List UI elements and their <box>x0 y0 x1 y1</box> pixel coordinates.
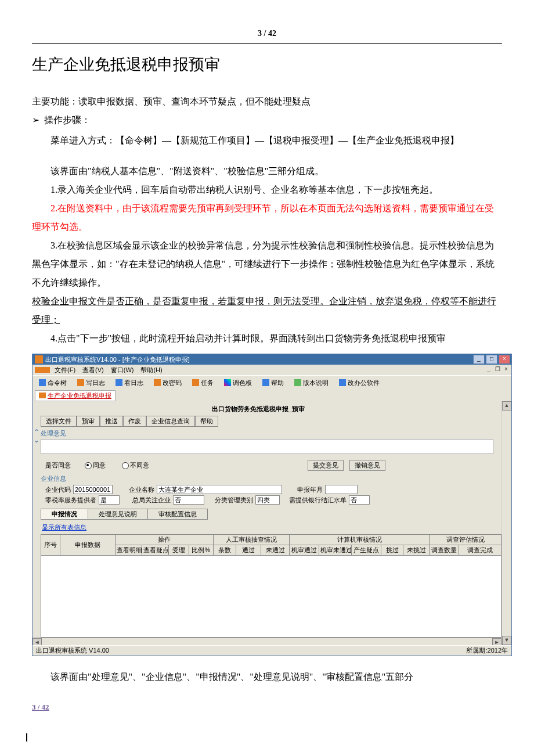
scroll-right-button[interactable]: ► <box>492 638 501 645</box>
menu-help[interactable]: 帮助(H) <box>137 366 165 375</box>
window-minimize-button[interactable]: _ <box>473 355 485 364</box>
tree-icon <box>39 379 46 386</box>
scroll-up-button[interactable]: ▲ <box>502 401 511 411</box>
tab-icon <box>39 393 46 398</box>
statusbar: 出口退税审核系统 V14.00 所属期:2012年 <box>33 645 511 656</box>
subtab-report[interactable]: 申报情况 <box>41 509 88 520</box>
toolbar-write-log[interactable]: 写日志 <box>73 377 109 389</box>
statusbar-right: 所属期:2012年 <box>466 646 508 655</box>
colgroup-computer-audit: 计算机审核情况 <box>290 535 429 545</box>
opinion-textarea[interactable] <box>41 439 493 454</box>
help-icon <box>262 379 269 386</box>
version-icon <box>294 379 301 386</box>
section-enterprise-label: 企业信息 <box>33 474 501 484</box>
label-ent-code: 企业代码 <box>45 485 71 494</box>
scroll-left-button[interactable]: ◄ <box>33 638 42 645</box>
chevron-right-icon: ➢ <box>32 111 44 129</box>
colgroup-investigation: 调查评估情况 <box>430 535 501 545</box>
intro-paragraph: 主要功能：读取申报数据、预审、查询本环节疑点，但不能处理疑点 <box>32 92 502 111</box>
toolbar-view-log[interactable]: 看日志 <box>111 377 147 389</box>
grid-body <box>41 556 501 638</box>
toolbar-tasks[interactable]: 任务 <box>188 377 218 389</box>
toolbar-change-office[interactable]: 改办公软件 <box>335 377 384 389</box>
menu-view[interactable]: 查看(V) <box>79 366 107 375</box>
radio-disagree[interactable] <box>122 462 129 469</box>
office-icon <box>339 379 346 386</box>
mdi-restore-button[interactable]: ❐ <box>493 366 501 373</box>
document-tab[interactable]: 生产企业免抵退税申报 <box>35 390 116 401</box>
steps-label: 操作步骤： <box>44 111 91 129</box>
steps-bullet: ➢ 操作步骤： <box>32 111 502 129</box>
app-screenshot: 出口退税审核系统V14.00 - [生产企业免抵退税申报] _ □ × 文件(F… <box>32 354 512 656</box>
paragraph-4: 3.在校验信息区域会显示该企业的校验异常信息，分为提示性校验信息和强制性校验信息… <box>32 236 502 292</box>
page-number-bottom: 3 / 42 <box>32 703 502 712</box>
toolbar-change-password[interactable]: 改密码 <box>150 377 186 389</box>
statusbar-left: 出口退税审核系统 V14.00 <box>36 646 109 655</box>
btn-push[interactable]: 推送 <box>100 416 123 427</box>
input-zero-rate: 是 <box>99 495 120 505</box>
btn-preaudit[interactable]: 预审 <box>77 416 100 427</box>
window-close-button[interactable]: × <box>499 355 510 364</box>
subtab-audit-config[interactable]: 审核配置信息 <box>147 509 208 520</box>
subtab-opinion-explain[interactable]: 处理意见说明 <box>88 509 148 520</box>
colgroup-manual-audit: 人工审核抽查情况 <box>214 535 289 545</box>
toolbar-command-tree[interactable]: 命令树 <box>35 377 71 389</box>
window-maximize-button[interactable]: □ <box>486 355 497 364</box>
toolbar-help[interactable]: 帮助 <box>258 377 288 389</box>
btn-select-file[interactable]: 选择文件 <box>41 416 77 427</box>
collapse-toggle-icon[interactable]: ⌃⌄ <box>34 428 39 444</box>
key-icon <box>154 379 161 386</box>
label-zero-rate: 零税率服务提供者 <box>45 496 96 505</box>
link-show-all-tables[interactable]: 显示所有表信息 <box>33 520 86 534</box>
menu-window[interactable]: 窗口(W) <box>107 366 138 375</box>
vertical-scrollbar[interactable]: ▲ ▼ <box>501 401 511 645</box>
subtab-strip: 申报情况 处理意见说明 审核配置信息 <box>41 509 501 520</box>
paragraph-5-underline: 校验企业申报文件是否正确，是否重复申报，若重复申报，则无法受理。企业注销，放弃退… <box>32 292 502 329</box>
col-report-data: 申报数据 <box>60 535 116 555</box>
work-title: 出口货物劳务免抵退税申报_预审 <box>33 401 501 416</box>
toolbar-version[interactable]: 版本说明 <box>290 377 333 389</box>
colgroup-ops: 操作 <box>116 535 213 545</box>
mdi-close-button[interactable]: × <box>502 366 510 373</box>
input-hq-focus: 否 <box>173 495 204 505</box>
menubar: 文件(F) 查看(V) 窗口(W) 帮助(H) _ ❐ × <box>33 365 511 375</box>
col-seq: 序号 <box>41 535 60 555</box>
input-class: 四类 <box>255 495 280 505</box>
window-title: 出口退税审核系统V14.00 - [生产企业免抵退税申报] <box>45 355 190 364</box>
app-icon <box>35 355 43 363</box>
input-bank-slip: 否 <box>349 495 370 505</box>
grid-header: 序号 申报数据 操作 查看明细 查看疑点 受理 比例% 人工审核抽查情况 <box>41 534 501 556</box>
menubar-icon <box>35 367 50 373</box>
window-titlebar: 出口退税审核系统V14.00 - [生产企业免抵退税申报] _ □ × <box>33 354 511 365</box>
tail-paragraph: 该界面由"处理意见"、"企业信息"、"申报情况"、"处理意见说明"、"审核配置信… <box>32 668 502 686</box>
toolbar-palette[interactable]: 调色板 <box>220 377 256 389</box>
horizontal-rule <box>32 43 502 44</box>
btn-withdraw-opinion[interactable]: 撤销意见 <box>349 460 385 471</box>
label-class: 分类管理类别 <box>215 496 253 505</box>
btn-help[interactable]: 帮助 <box>195 416 218 427</box>
palette-icon <box>224 379 231 386</box>
mdi-minimize-button[interactable]: _ <box>485 366 493 373</box>
btn-void[interactable]: 作废 <box>123 416 146 427</box>
btn-enterprise-query[interactable]: 企业信息查询 <box>146 416 195 427</box>
menu-file[interactable]: 文件(F) <box>51 366 79 375</box>
section-opinion-label: 处理意见 <box>33 427 501 439</box>
toolbar: 命令树 写日志 看日志 改密码 任务 调色板 帮助 版本说明 改办公软件 <box>33 375 511 390</box>
horizontal-scrollbar[interactable]: ◄ ► <box>33 638 501 645</box>
doc-icon <box>116 379 122 386</box>
btn-submit-opinion[interactable]: 提交意见 <box>308 460 344 471</box>
document-tabbar: 生产企业免抵退税申报 <box>33 390 511 401</box>
task-icon <box>192 379 199 386</box>
label-bank-slip: 需提供银行结汇水单 <box>289 496 347 505</box>
paragraph-1: 该界面由"纳税人基本信息"、"附送资料"、"校验信息"三部分组成。 <box>32 162 502 181</box>
page-number-top: 3 / 42 <box>32 29 502 38</box>
input-period[interactable] <box>325 485 358 494</box>
radio-agree[interactable] <box>85 462 92 469</box>
menu-path: 菜单进入方式：【命令树】—【新规范工作项目】—【退税申报受理】—【生产企业免抵退… <box>32 129 502 152</box>
input-ent-code[interactable]: 2015000001 <box>73 485 113 494</box>
label-hq-focus: 总局关注企业 <box>132 496 171 505</box>
agree-label: 是否同意 <box>45 461 71 470</box>
work-area: 出口货物劳务免抵退税申报_预审 选择文件 预审 推送 作废 企业信息查询 帮助 … <box>33 401 511 645</box>
scroll-down-button[interactable]: ▼ <box>502 636 511 645</box>
input-ent-name[interactable]: 大连某生产企业 <box>157 485 282 494</box>
